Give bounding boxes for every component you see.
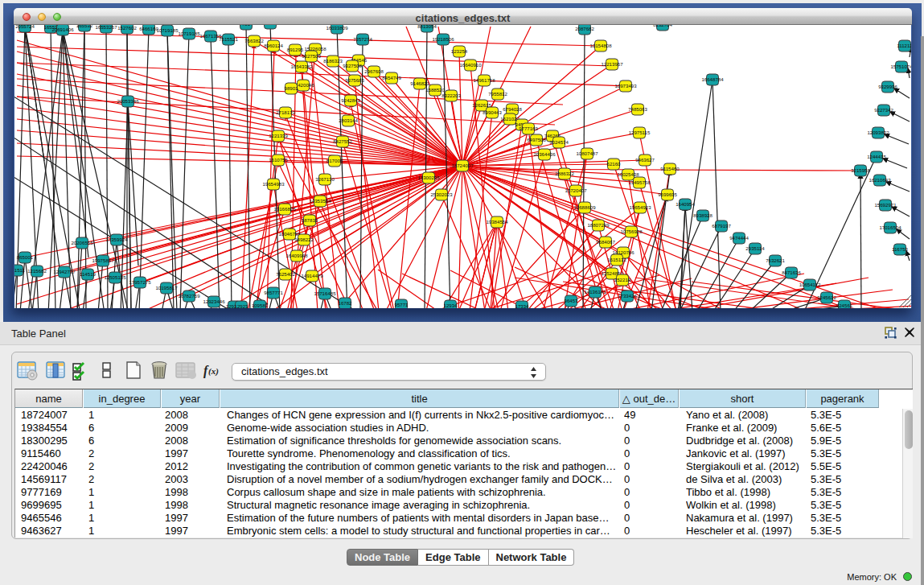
svg-text:19975857: 19975857 <box>92 257 114 263</box>
svg-text:12942737: 12942737 <box>53 269 76 274</box>
svg-text:17957275: 17957275 <box>129 279 151 285</box>
svg-text:587833: 587833 <box>302 217 318 223</box>
svg-text:1221339: 1221339 <box>269 133 288 138</box>
svg-text:2087682: 2087682 <box>575 26 594 31</box>
svg-text:18300295: 18300295 <box>417 175 440 180</box>
svg-text:924561: 924561 <box>836 303 853 308</box>
svg-text:8938928: 8938928 <box>693 212 713 218</box>
svg-text:9227342: 9227342 <box>874 107 893 113</box>
svg-text:3024574: 3024574 <box>549 139 569 145</box>
svg-text:252214: 252214 <box>614 277 631 282</box>
svg-text:817006: 817006 <box>326 158 343 163</box>
svg-text:10719185: 10719185 <box>156 27 179 33</box>
svg-text:1527602: 1527602 <box>117 25 137 31</box>
svg-text:2055724: 2055724 <box>15 25 35 29</box>
svg-text:15716485: 15716485 <box>314 290 336 296</box>
svg-text:15720407: 15720407 <box>565 187 587 193</box>
svg-text:10973493: 10973493 <box>614 83 637 89</box>
svg-text:18807249: 18807249 <box>587 222 610 228</box>
svg-text:8813054: 8813054 <box>417 25 437 29</box>
svg-text:114519: 114519 <box>80 271 96 277</box>
svg-text:1615132: 1615132 <box>607 257 626 262</box>
svg-text:12093832: 12093832 <box>867 130 889 135</box>
svg-text:20206555: 20206555 <box>71 240 93 245</box>
svg-text:1640954: 1640954 <box>676 201 695 207</box>
svg-text:9463627: 9463627 <box>635 157 655 163</box>
svg-text:17334: 17334 <box>515 303 530 308</box>
svg-text:3267130: 3267130 <box>315 176 335 182</box>
svg-text:12934: 12934 <box>444 303 458 308</box>
svg-text:1215682: 1215682 <box>27 268 47 274</box>
svg-text:165532: 165532 <box>76 25 93 28</box>
svg-text:19218506: 19218506 <box>432 36 454 42</box>
svg-text:16640910: 16640910 <box>459 62 482 68</box>
svg-text:2718170: 2718170 <box>276 109 295 115</box>
svg-text:17359924: 17359924 <box>105 237 128 242</box>
svg-text:9699695: 9699695 <box>658 192 677 197</box>
svg-text:7515521: 7515521 <box>219 36 238 42</box>
svg-text:8990443: 8990443 <box>483 109 502 115</box>
svg-text:20053346: 20053346 <box>117 98 139 104</box>
svg-text:12975115: 12975115 <box>629 130 651 135</box>
svg-text:9474444: 9474444 <box>729 235 749 241</box>
svg-text:16553267: 16553267 <box>95 25 117 30</box>
svg-text:10154808: 10154808 <box>589 43 612 48</box>
svg-text:7357274: 7357274 <box>353 36 372 42</box>
svg-text:16782759: 16782759 <box>178 293 200 299</box>
svg-text:1244415: 1244415 <box>867 154 886 159</box>
svg-text:2886322: 2886322 <box>555 171 574 176</box>
svg-text:10807487: 10807487 <box>576 150 598 156</box>
svg-text:9684067: 9684067 <box>596 239 615 245</box>
svg-text:(x): (x) <box>208 366 219 377</box>
svg-text:9329996: 9329996 <box>878 84 897 89</box>
svg-text:7955812: 7955812 <box>488 91 507 97</box>
svg-text:14353594: 14353594 <box>309 198 331 204</box>
svg-text:10025438: 10025438 <box>617 171 639 177</box>
svg-text:3215958: 3215958 <box>851 167 870 173</box>
svg-text:9777169: 9777169 <box>519 126 538 131</box>
svg-text:14136141: 14136141 <box>584 289 606 295</box>
svg-text:2967608: 2967608 <box>364 68 384 74</box>
svg-text:10756928: 10756928 <box>620 229 643 234</box>
svg-text:9327509: 9327509 <box>302 53 321 59</box>
svg-text:8427552: 8427552 <box>333 138 352 144</box>
svg-text:9242843: 9242843 <box>341 97 360 103</box>
svg-text:16409948: 16409948 <box>285 253 308 258</box>
svg-text:9327508: 9327508 <box>343 63 362 68</box>
svg-text:62160: 62160 <box>607 161 622 167</box>
svg-text:2935114: 2935114 <box>745 245 765 251</box>
svg-text:7625402: 7625402 <box>276 271 295 277</box>
svg-text:8322203: 8322203 <box>441 93 461 98</box>
svg-text:111212: 111212 <box>897 43 911 48</box>
svg-text:12923: 12923 <box>235 303 249 308</box>
svg-text:9245612: 9245612 <box>817 295 836 300</box>
svg-text:16033809: 16033809 <box>326 25 348 31</box>
svg-text:6879197: 6879197 <box>712 223 731 229</box>
svg-text:9375685: 9375685 <box>345 77 364 83</box>
svg-text:8454749: 8454749 <box>382 75 401 80</box>
svg-text:95771: 95771 <box>395 302 409 307</box>
svg-text:12213967: 12213967 <box>601 61 623 67</box>
svg-text:19384554: 19384554 <box>486 219 508 225</box>
svg-text:7485063: 7485063 <box>628 106 647 112</box>
svg-text:16210643: 16210643 <box>869 177 891 183</box>
svg-text:9146821: 9146821 <box>410 80 429 86</box>
svg-text:20691406: 20691406 <box>51 27 74 32</box>
svg-text:9857771: 9857771 <box>264 290 283 295</box>
svg-text:116753: 116753 <box>892 246 908 252</box>
svg-text:98901: 98901 <box>285 85 299 91</box>
svg-text:16782: 16782 <box>339 300 353 306</box>
svg-text:10654112: 10654112 <box>799 282 821 287</box>
svg-text:8132704: 8132704 <box>653 25 672 27</box>
svg-text:15751074: 15751074 <box>890 64 911 69</box>
svg-text:96457: 96457 <box>565 298 579 303</box>
svg-text:865001: 865001 <box>17 254 34 260</box>
svg-text:391511: 391511 <box>14 267 26 273</box>
svg-text:14961758: 14961758 <box>473 77 495 83</box>
svg-text:20364436: 20364436 <box>533 151 556 157</box>
svg-text:1733426: 1733426 <box>618 293 637 299</box>
svg-text:109581: 109581 <box>252 303 269 308</box>
svg-text:10195817: 10195817 <box>155 285 178 290</box>
svg-text:16648784: 16648784 <box>701 76 724 82</box>
svg-text:25302023: 25302023 <box>430 192 453 197</box>
